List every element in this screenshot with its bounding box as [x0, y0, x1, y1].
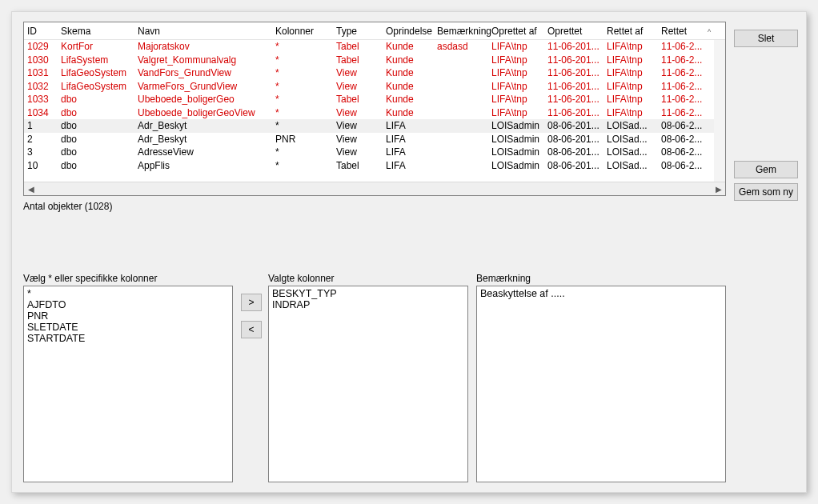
- list-item[interactable]: INDRAP: [272, 299, 464, 310]
- table-row[interactable]: 3dboAdresseView*ViewLIFALOISadmin08-06-2…: [24, 146, 725, 159]
- save-button[interactable]: Gem: [734, 161, 798, 178]
- table-cell: *: [275, 41, 336, 52]
- table-cell: Adr_Beskyt: [138, 134, 275, 145]
- remark-textbox[interactable]: Beaskyttelse af .....: [476, 286, 726, 482]
- col-rettet-af[interactable]: Rettet af: [607, 26, 661, 37]
- table-cell: 10: [27, 160, 61, 171]
- grid-body[interactable]: 1029KortForMajoratskov*TabelKundeasdasdL…: [24, 40, 725, 172]
- table-cell: Tabel: [336, 94, 386, 105]
- table-cell: LIFA: [386, 146, 437, 158]
- col-skema[interactable]: Skema: [61, 26, 138, 37]
- grid-header-row[interactable]: ID Skema Navn Kolonner Type Oprindelse B…: [24, 22, 725, 40]
- table-row[interactable]: 1031LifaGeoSystemVandFors_GrundView*View…: [24, 66, 725, 80]
- col-oprettet-af[interactable]: Oprettet af: [491, 26, 547, 37]
- save-as-new-button[interactable]: Gem som ny: [734, 183, 798, 201]
- table-cell: 1031: [27, 67, 61, 78]
- table-cell: Valgret_Kommunalvalg: [138, 54, 275, 66]
- table-cell: 08-06-2...: [661, 134, 706, 145]
- table-cell: LIFA\tnp: [491, 54, 547, 66]
- table-cell: 1: [27, 120, 61, 131]
- available-columns-listbox[interactable]: *AJFDTOPNRSLETDATESTARTDATE: [23, 286, 233, 482]
- remove-column-button[interactable]: <: [241, 321, 262, 338]
- table-cell: Ubeboede_boligerGeo: [138, 94, 275, 105]
- table-cell: Kunde: [386, 107, 437, 118]
- table-cell: Tabel: [336, 160, 386, 171]
- table-cell: 08-06-201...: [547, 134, 607, 145]
- table-cell: LIFA\tnp: [607, 41, 661, 52]
- table-cell: View: [336, 120, 386, 131]
- col-sort-icon[interactable]: ^: [706, 26, 717, 37]
- table-cell: 3: [27, 146, 61, 158]
- table-cell: View: [336, 81, 386, 92]
- table-cell: View: [336, 67, 386, 78]
- table-cell: LIFA: [386, 160, 437, 171]
- table-cell: LOISadmin: [491, 146, 547, 158]
- table-cell: Kunde: [386, 54, 437, 66]
- table-cell: LIFA\tnp: [607, 81, 661, 92]
- sort-up-icon: ^: [706, 28, 711, 36]
- col-oprindelse[interactable]: Oprindelse: [386, 26, 437, 37]
- table-row[interactable]: 1030LifaSystemValgret_Kommunalvalg*Tabel…: [24, 54, 725, 67]
- table-cell: dbo: [61, 146, 138, 158]
- table-cell: dbo: [61, 160, 138, 171]
- table-cell: View: [336, 107, 386, 118]
- table-row[interactable]: 1033dboUbeboede_boligerGeo*TabelKundeLIF…: [24, 93, 725, 106]
- horizontal-scrollbar[interactable]: ◀ ▶: [24, 182, 725, 195]
- vertical-scrollbar[interactable]: [714, 40, 725, 182]
- col-id[interactable]: ID: [27, 26, 61, 37]
- table-cell: *: [275, 94, 336, 105]
- list-item[interactable]: STARTDATE: [27, 333, 229, 344]
- table-cell: Majoratskov: [138, 41, 275, 52]
- table-cell: Kunde: [386, 94, 437, 105]
- table-cell: 1034: [27, 107, 61, 118]
- list-item[interactable]: SLETDATE: [27, 322, 229, 333]
- table-cell: LIFA\tnp: [491, 67, 547, 78]
- table-cell: LIFA\tnp: [491, 81, 547, 92]
- table-cell: Tabel: [336, 41, 386, 52]
- table-row[interactable]: 1034dboUbeboede_boligerGeoView*ViewKunde…: [24, 106, 725, 120]
- list-item[interactable]: PNR: [27, 310, 229, 322]
- table-cell: LifaSystem: [61, 54, 138, 66]
- table-cell: 11-06-2...: [661, 41, 706, 52]
- main-panel: ID Skema Navn Kolonner Type Oprindelse B…: [11, 11, 807, 493]
- col-kolonner[interactable]: Kolonner: [275, 26, 336, 37]
- col-type[interactable]: Type: [336, 26, 386, 37]
- list-item[interactable]: BESKYT_TYP: [272, 288, 464, 299]
- table-cell: AdresseView: [138, 146, 275, 158]
- selected-columns-listbox[interactable]: BESKYT_TYPINDRAP: [268, 286, 468, 482]
- table-cell: dbo: [61, 94, 138, 105]
- table-cell: *: [275, 67, 336, 78]
- table-cell: LOISad...: [607, 146, 661, 158]
- table-cell: LIFA\tnp: [607, 67, 661, 78]
- table-cell: 08-06-2...: [661, 160, 706, 171]
- col-rettet[interactable]: Rettet: [661, 26, 706, 37]
- table-cell: Kunde: [386, 41, 437, 52]
- table-cell: *: [275, 146, 336, 158]
- table-row[interactable]: 1032LifaGeoSystemVarmeFors_GrundView*Vie…: [24, 80, 725, 94]
- list-item[interactable]: *: [27, 288, 229, 299]
- table-row[interactable]: 1dboAdr_Beskyt*ViewLIFALOISadmin08-06-20…: [24, 119, 725, 133]
- delete-button[interactable]: Slet: [734, 30, 798, 47]
- table-cell: 11-06-2...: [661, 67, 706, 78]
- table-row[interactable]: 1029KortForMajoratskov*TabelKundeasdasdL…: [24, 40, 725, 54]
- table-cell: LIFA\tnp: [491, 94, 547, 105]
- table-cell: 08-06-2...: [661, 120, 706, 131]
- table-cell: 11-06-201...: [547, 81, 607, 92]
- table-cell: AppFlis: [138, 160, 275, 171]
- table-cell: LifaGeoSystem: [61, 67, 138, 78]
- selected-columns-label: Valgte kolonner: [268, 273, 335, 284]
- table-cell: View: [336, 134, 386, 145]
- table-row[interactable]: 10dboAppFlis*TabelLIFALOISadmin08-06-201…: [24, 159, 725, 173]
- object-grid[interactable]: ID Skema Navn Kolonner Type Oprindelse B…: [23, 22, 726, 196]
- table-cell: LifaGeoSystem: [61, 81, 138, 92]
- col-navn[interactable]: Navn: [138, 26, 275, 37]
- table-cell: Adr_Beskyt: [138, 120, 275, 131]
- col-oprettet[interactable]: Oprettet: [547, 26, 607, 37]
- table-row[interactable]: 2dboAdr_BeskytPNRViewLIFALOISadmin08-06-…: [24, 133, 725, 146]
- list-item[interactable]: AJFDTO: [27, 299, 229, 310]
- add-column-button[interactable]: >: [241, 294, 262, 311]
- col-bemaerkning[interactable]: Bemærkning: [437, 26, 491, 37]
- scroll-right-icon[interactable]: ▶: [712, 182, 725, 195]
- scroll-left-icon[interactable]: ◀: [24, 182, 38, 195]
- scroll-track[interactable]: [38, 182, 712, 195]
